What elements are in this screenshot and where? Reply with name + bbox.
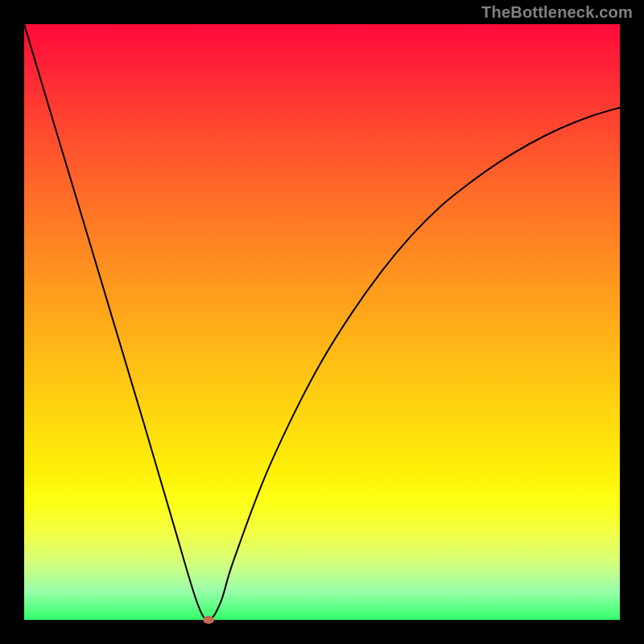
minimum-marker [203,616,214,624]
watermark-text: TheBottleneck.com [481,3,633,22]
chart-frame: TheBottleneck.com [0,0,644,644]
curve-line [24,24,620,620]
plot-area [24,24,620,620]
curve-svg [24,24,620,620]
